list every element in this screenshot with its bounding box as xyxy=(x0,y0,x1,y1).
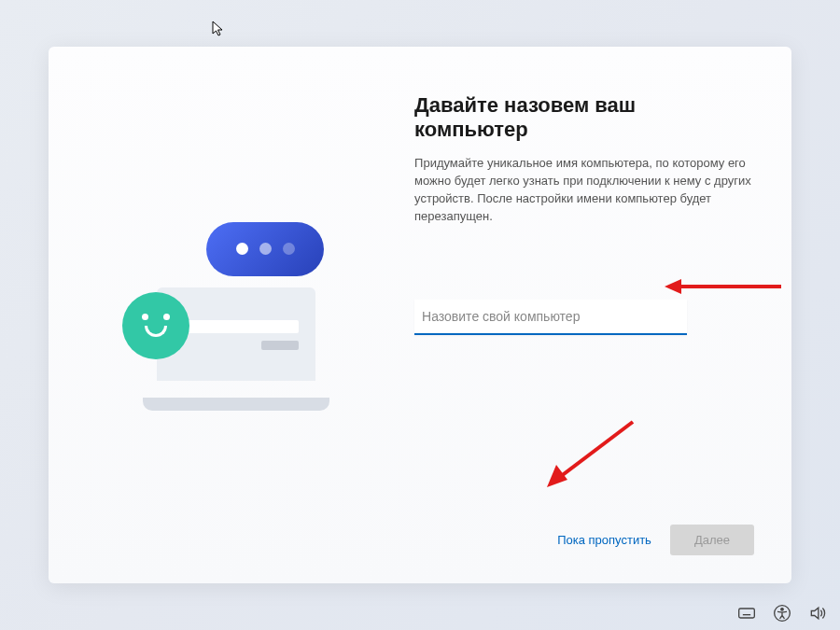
svg-marker-1 xyxy=(665,279,681,294)
smile-face-icon xyxy=(122,292,189,359)
svg-marker-3 xyxy=(547,465,567,487)
svg-point-12 xyxy=(781,609,784,611)
pc-name-illustration xyxy=(115,222,339,409)
page-description: Придумайте уникальное имя компьютера, по… xyxy=(414,155,754,225)
svg-line-2 xyxy=(556,422,633,480)
cursor-icon xyxy=(212,21,225,37)
page-title: Давайте назовем ваш компьютер xyxy=(414,93,754,142)
illustration-pane xyxy=(49,47,405,583)
pc-name-input[interactable] xyxy=(414,300,687,335)
form-pane: Давайте назовем ваш компьютер Придумайте… xyxy=(405,47,791,583)
svg-rect-4 xyxy=(739,609,755,618)
accessibility-icon[interactable] xyxy=(773,604,791,623)
keyboard-icon[interactable] xyxy=(737,604,756,623)
chat-bubble-icon xyxy=(206,222,324,276)
annotation-arrow-icon xyxy=(665,273,786,301)
volume-icon[interactable] xyxy=(808,604,827,623)
oobe-window: Давайте назовем ваш компьютер Придумайте… xyxy=(49,47,791,583)
annotation-arrow-icon xyxy=(539,411,642,495)
next-button[interactable]: Далее xyxy=(670,525,754,555)
system-tray xyxy=(737,604,827,623)
skip-button[interactable]: Пока пропустить xyxy=(557,533,651,547)
